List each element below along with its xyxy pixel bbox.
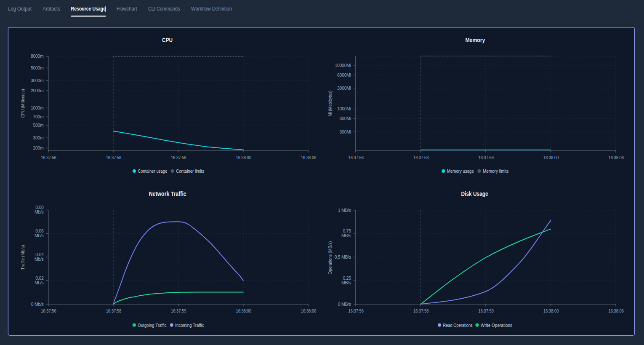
svg-text:10000Mi: 10000Mi [335,63,351,68]
svg-text:Container usage: Container usage [138,168,167,174]
svg-text:16:38:00: 16:38:00 [543,308,559,313]
svg-text:16:37:58: 16:37:58 [106,155,122,160]
svg-text:Resource Usage: Resource Usage [71,5,106,12]
svg-text:6000Mi: 6000Mi [337,72,351,78]
svg-text:16:38:00: 16:38:00 [236,308,251,313]
svg-text:Mi (Mebibytes): Mi (Mebibytes) [327,91,333,117]
svg-text:3000m: 3000m [31,78,44,83]
svg-text:0 Mb/s: 0 Mb/s [31,302,44,307]
svg-text:16:38:00: 16:38:00 [543,155,559,160]
svg-text:1000Mi: 1000Mi [337,106,351,111]
svg-text:16:37:56: 16:37:56 [41,155,56,160]
svg-text:Memory: Memory [465,37,485,43]
svg-text:16:37:56: 16:37:56 [41,308,56,313]
svg-text:Write Operations: Write Operations [481,323,512,328]
svg-text:16:38:06: 16:38:06 [301,308,317,313]
svg-text:700m: 700m [33,114,44,119]
svg-text:16:38:00: 16:38:00 [236,155,251,160]
svg-text:Mb/s: Mb/s [35,209,44,214]
svg-text:CPU (Millicores): CPU (Millicores) [20,89,25,118]
svg-text:CLI Commands: CLI Commands [148,5,180,12]
svg-text:200m: 200m [33,145,44,150]
svg-text:16:37:56: 16:37:56 [348,308,364,313]
svg-text:5000m: 5000m [31,65,44,70]
svg-text:Operations (MB/s): Operations (MB/s) [327,241,333,275]
svg-text:Incoming Traffic: Incoming Traffic [175,323,204,328]
svg-text:Read Operations: Read Operations [443,323,473,328]
svg-text:16:38:06: 16:38:06 [608,155,624,160]
svg-text:16:37:59: 16:37:59 [171,155,186,160]
svg-text:16:37:58: 16:37:58 [413,308,429,313]
svg-text:Disk Usage: Disk Usage [461,190,488,197]
svg-text:16:37:59: 16:37:59 [171,308,186,313]
svg-text:Outgoing Traffic: Outgoing Traffic [138,323,166,328]
svg-text:Flowchart: Flowchart [117,5,137,12]
svg-text:Memory limits: Memory limits [483,168,508,174]
svg-text:3000Mi: 3000Mi [337,86,351,91]
svg-text:0.5 MB/s: 0.5 MB/s [335,254,351,259]
svg-text:16:37:59: 16:37:59 [478,155,494,160]
svg-text:Mb/s: Mb/s [35,257,44,262]
svg-text:Network Traffic: Network Traffic [149,190,186,197]
svg-text:Workflow Definition: Workflow Definition [191,5,232,12]
svg-text:MB/s: MB/s [341,233,351,238]
svg-text:Mb/s: Mb/s [35,280,44,285]
svg-text:16:38:06: 16:38:06 [608,308,624,313]
svg-text:300m: 300m [33,135,44,140]
svg-text:8000m: 8000m [31,53,44,59]
svg-text:Mb/s: Mb/s [35,233,44,238]
svg-text:0 MB/s: 0 MB/s [338,302,351,307]
svg-text:Artifacts: Artifacts [43,5,60,12]
svg-text:1000m: 1000m [31,105,44,110]
svg-text:CPU: CPU [162,37,173,43]
svg-text:Memory usage: Memory usage [447,168,474,174]
svg-text:600Mi: 600Mi [340,116,351,121]
svg-text:MB/s: MB/s [341,280,351,285]
svg-text:300Mi: 300Mi [340,129,351,134]
svg-text:Traffic (Mb/s): Traffic (Mb/s) [20,245,25,270]
svg-text:1 MB/s: 1 MB/s [338,208,351,213]
svg-text:16:37:56: 16:37:56 [348,155,364,160]
svg-text:2000m: 2000m [31,88,44,93]
svg-text:500m: 500m [33,123,44,128]
svg-text:Log Output: Log Output [8,5,32,12]
svg-text:16:38:06: 16:38:06 [301,155,317,160]
svg-text:16:37:59: 16:37:59 [478,308,494,313]
svg-text:16:37:58: 16:37:58 [413,155,429,160]
svg-text:Container limits: Container limits [176,168,204,174]
svg-text:16:37:58: 16:37:58 [106,308,122,313]
